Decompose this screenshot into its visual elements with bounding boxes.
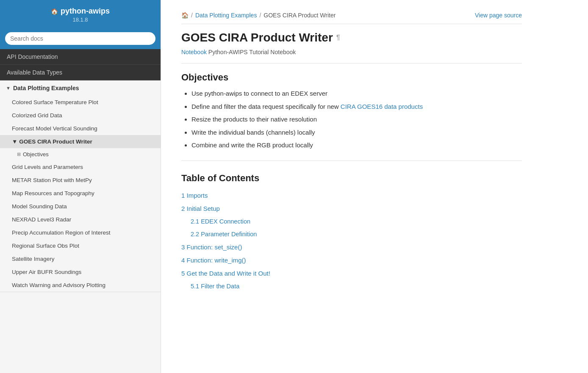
sidebar-item-regional-surface[interactable]: Regional Surface Obs Plot (0, 239, 161, 252)
nav-available-data[interactable]: Available Data Types (0, 65, 161, 80)
app-version: 18.1.8 (0, 17, 161, 23)
sidebar-item-goes-cira[interactable]: ▼ GOES CIRA Product Writer (0, 135, 161, 148)
cira-goes16-link[interactable]: CIRA GOES16 data products (341, 103, 423, 110)
toc-link-7[interactable]: 5.1 Filter the Data (191, 283, 239, 290)
home-icon: 🏠 (51, 8, 58, 15)
toc-link-1[interactable]: 2 Initial Setup (181, 205, 220, 212)
objectives-title: Objectives (181, 72, 522, 83)
toc-link-3[interactable]: 2.2 Parameter Definition (191, 231, 257, 238)
sidebar-item-forecast-model[interactable]: Forecast Model Vertical Sounding (0, 122, 161, 135)
sidebar-item-colored-surface[interactable]: Colored Surface Temperature Plot (0, 96, 161, 109)
sidebar-subitem-objectives[interactable]: ⊞ Objectives (0, 148, 161, 160)
toc-title: Table of Contents (181, 173, 522, 184)
nav-links: API Documentation Available Data Types (0, 49, 161, 80)
plus-icon-objectives: ⊞ (17, 152, 21, 157)
toc-link-4[interactable]: 3 Function: set_size() (181, 243, 242, 251)
toc-link-2[interactable]: 2.1 EDEX Connection (191, 218, 250, 225)
toc-link-0[interactable]: 1 Imports (181, 192, 208, 199)
objectives-list: Use python-awips to connect to an EDEX s… (181, 89, 522, 150)
sidebar-item-model-sounding[interactable]: Model Sounding Data (0, 200, 161, 213)
toc-item-0: 1 Imports (181, 190, 522, 201)
toc-item-3: 2.2 Parameter Definition (181, 229, 522, 240)
notebook-link[interactable]: Notebook (181, 49, 207, 55)
title-anchor-icon[interactable]: ¶ (336, 34, 340, 41)
toc-item-4: 3 Function: set_size() (181, 241, 522, 253)
sidebar-item-nexrad[interactable]: NEXRAD Level3 Radar (0, 213, 161, 226)
breadcrumb-current: GOES CIRA Product Writer (263, 12, 336, 19)
objective-item-3: Write the individual bands (channels) lo… (191, 128, 522, 138)
toc-item-6: 5 Get the Data and Write it Out! (181, 268, 522, 279)
breadcrumb-sep-2: / (259, 12, 261, 19)
breadcrumb-data-plotting-link[interactable]: Data Plotting Examples (195, 12, 257, 19)
page-title: GOES CIRA Product Writer ¶ (181, 31, 522, 44)
toc-link-6[interactable]: 5 Get the Data and Write it Out! (181, 270, 270, 277)
objective-item-0: Use python-awips to connect to an EDEX s… (191, 89, 522, 99)
notebook-line: Notebook Python-AWIPS Tutorial Notebook (181, 49, 522, 64)
sidebar-item-satellite[interactable]: Satellite Imagery (0, 252, 161, 265)
expand-icon-goes-cira: ▼ (12, 138, 19, 145)
breadcrumb-sep-1: / (191, 12, 193, 19)
search-input[interactable] (5, 32, 155, 45)
sidebar-item-upper-air[interactable]: Upper Air BUFR Soundings (0, 265, 161, 279)
objective-item-4: Combine and write the RGB product locall… (191, 141, 522, 150)
objective-item-1: Define and filter the data request speci… (191, 102, 522, 112)
sidebar-item-map-resources[interactable]: Map Resources and Topography (0, 187, 161, 200)
toc-item-7: 5.1 Filter the Data (181, 281, 522, 292)
main-content: 🏠 / Data Plotting Examples / GOES CIRA P… (161, 0, 588, 373)
tree-section-header-data-plotting[interactable]: ▼ Data Plotting Examples (0, 80, 161, 96)
toc-item-5: 4 Function: write_img() (181, 254, 522, 266)
toc-section: Table of Contents 1 Imports 2 Initial Se… (181, 160, 522, 292)
nav-api-docs[interactable]: API Documentation (0, 49, 161, 65)
view-page-source-link[interactable]: View page source (475, 12, 522, 19)
sidebar-header: 🏠 python-awips 18.1.8 (0, 0, 161, 28)
sidebar-item-watch-warning[interactable]: Watch Warning and Advisory Plotting (0, 279, 161, 292)
tree-section-label-data-plotting: Data Plotting Examples (13, 85, 79, 91)
sidebar-item-colorized-grid[interactable]: Colorized Grid Data (0, 109, 161, 122)
app-title: python-awips (61, 7, 110, 16)
objective-item-2: Resize the products to their native reso… (191, 115, 522, 124)
tree-data-plotting: ▼ Data Plotting Examples Colored Surface… (0, 80, 161, 292)
sidebar-item-metar[interactable]: METAR Station Plot with MetPy (0, 174, 161, 187)
sidebar-item-precip[interactable]: Precip Accumulation Region of Interest (0, 226, 161, 239)
search-box-wrap (0, 28, 161, 49)
toc-item-1: 2 Initial Setup (181, 203, 522, 214)
breadcrumb-home-link[interactable]: 🏠 (181, 12, 189, 19)
breadcrumb: 🏠 / Data Plotting Examples / GOES CIRA P… (181, 12, 522, 24)
sidebar: 🏠 python-awips 18.1.8 API Documentation … (0, 0, 161, 373)
toc-item-2: 2.1 EDEX Connection (181, 216, 522, 227)
toc-list: 1 Imports 2 Initial Setup 2.1 EDEX Conne… (181, 190, 522, 292)
expand-icon-data-plotting: ▼ (6, 86, 11, 91)
toc-link-5[interactable]: 4 Function: write_img() (181, 257, 246, 264)
sidebar-item-grid-levels[interactable]: Grid Levels and Parameters (0, 160, 161, 174)
